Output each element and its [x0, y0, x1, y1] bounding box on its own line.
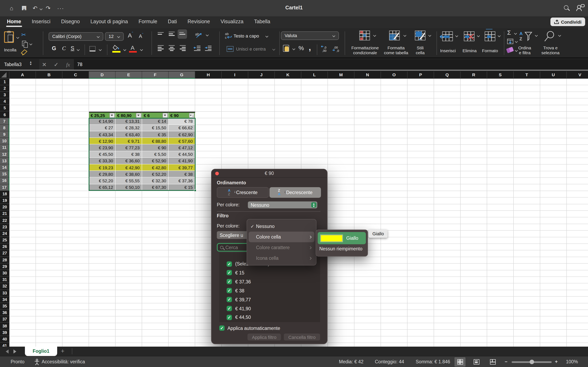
value-checkbox[interactable]: ✓	[227, 297, 232, 302]
format-cells-icon[interactable]	[485, 31, 495, 41]
find-select-chevron-icon[interactable]	[558, 34, 561, 36]
clear-filter-button[interactable]: Cancella filtro	[284, 334, 320, 341]
column-header-Q[interactable]: Q	[434, 71, 461, 78]
table-cell[interactable]: € 42,90	[116, 164, 142, 171]
table-cell[interactable]: € 38	[169, 171, 195, 177]
orientation-icon[interactable]: ab	[195, 31, 203, 38]
cell-styles-label[interactable]: Stilicella	[410, 45, 431, 55]
value-checkbox[interactable]: ✓	[227, 261, 232, 267]
row-header-32[interactable]: 32	[0, 283, 9, 290]
tab-disegno[interactable]: Disegno	[60, 16, 81, 28]
font-color-chevron-icon[interactable]	[140, 48, 143, 51]
decrease-indent-icon[interactable]	[194, 45, 201, 51]
row-header-15[interactable]: 15	[0, 171, 9, 177]
row-header-22[interactable]: 22	[0, 217, 9, 224]
next-sheet-icon[interactable]	[13, 350, 16, 354]
table-cell[interactable]: € 67,30	[142, 184, 169, 191]
column-header-N[interactable]: N	[355, 71, 381, 78]
tab-dati[interactable]: Dati	[167, 16, 178, 28]
find-select-label[interactable]: Trova eseleziona	[540, 45, 561, 55]
name-box[interactable]: Tabella3	[0, 59, 39, 69]
table-cell[interactable]: € 52,20	[142, 171, 169, 177]
row-header-11[interactable]: 11	[0, 145, 9, 151]
table-cell[interactable]: € 38	[116, 151, 142, 158]
column-header-O[interactable]: O	[381, 71, 407, 78]
format-cells-label[interactable]: Formato	[480, 48, 500, 53]
no-fill-option[interactable]: Nessun riempimento	[319, 246, 362, 251]
format-cells-chevron-icon[interactable]	[498, 34, 501, 37]
table-cell[interactable]: € 12,90	[89, 138, 116, 145]
row-header-9[interactable]: 9	[0, 131, 9, 138]
page-break-view-button[interactable]	[487, 357, 498, 366]
borders-chevron-icon[interactable]	[99, 48, 102, 51]
column-header-U[interactable]: U	[540, 71, 567, 78]
font-name-select[interactable]: Calibri (Corpo)	[49, 32, 103, 41]
filter-value-row[interactable]: ✓€ 39,77	[227, 296, 251, 303]
add-sheet-button[interactable]: +	[61, 347, 65, 354]
table-cell[interactable]: € 57,60	[169, 138, 195, 145]
fill-down-icon[interactable]	[507, 39, 513, 44]
row-header-13[interactable]: 13	[0, 158, 9, 164]
table-cell[interactable]: € 42,80	[142, 164, 169, 171]
row-header-6[interactable]: 6	[0, 111, 9, 118]
menu-item-nessuno[interactable]: ✓Nessuno	[249, 221, 314, 232]
underline-button[interactable]: S	[71, 45, 74, 51]
underline-chevron-icon[interactable]	[77, 48, 80, 51]
table-cell[interactable]: € 52,90	[142, 158, 169, 164]
wrap-chevron-icon[interactable]	[265, 34, 268, 37]
row-header-19[interactable]: 19	[0, 197, 9, 204]
row-header-3[interactable]: 3	[0, 92, 9, 98]
table-cell[interactable]: € 41,90	[169, 158, 195, 164]
value-checkbox[interactable]: ✓	[227, 306, 232, 311]
row-header-30[interactable]: 30	[0, 270, 9, 276]
table-cell[interactable]: € 88,80	[142, 138, 169, 145]
table-cell[interactable]: € 37,36	[169, 178, 195, 184]
table-cell[interactable]: € 47,12	[169, 145, 195, 151]
table-cell[interactable]: € 5,50	[142, 151, 169, 158]
auto-apply-checkbox[interactable]: ✓	[219, 325, 225, 331]
column-header-K[interactable]: K	[275, 71, 301, 78]
column-header-S[interactable]: S	[487, 71, 514, 78]
row-header-38[interactable]: 38	[0, 323, 9, 329]
column-header-L[interactable]: L	[301, 71, 328, 78]
column-header-V[interactable]: V	[567, 71, 588, 78]
column-header-E[interactable]: E	[116, 71, 142, 78]
people-comment-icon[interactable]	[576, 4, 585, 12]
shrink-font-button[interactable]: Aˇ	[139, 33, 143, 39]
table-cell[interactable]: € 19,23	[89, 164, 116, 171]
value-checkbox[interactable]: ✓	[227, 315, 232, 320]
align-left-button[interactable]	[158, 45, 164, 51]
decrease-decimal-icon[interactable]: ,00 ,0	[332, 45, 340, 52]
row-header-23[interactable]: 23	[0, 224, 9, 230]
filter-value-row[interactable]: ✓€ 38	[227, 287, 244, 294]
row-header-8[interactable]: 8	[0, 125, 9, 131]
number-format-select[interactable]: Valuta	[281, 31, 339, 40]
tab-inserisci[interactable]: Inserisci	[31, 16, 51, 28]
row-header-40[interactable]: 40	[0, 336, 9, 342]
conditional-formatting-icon[interactable]	[359, 30, 370, 40]
table-cell[interactable]: € 39,77	[169, 164, 195, 171]
value-checkbox[interactable]: ✓	[227, 279, 232, 284]
row-header-36[interactable]: 36	[0, 309, 9, 316]
delete-cells-chevron-icon[interactable]	[477, 34, 480, 37]
conditional-formatting-chevron-icon[interactable]	[373, 34, 376, 36]
filter-value-row[interactable]: ✓€ 37,36	[227, 278, 251, 285]
table-cell[interactable]: € 52,20	[89, 178, 116, 184]
grow-font-button[interactable]: Aˆ	[128, 31, 133, 39]
increase-indent-icon[interactable]	[205, 45, 212, 51]
table-cell[interactable]: € 45,50	[89, 151, 116, 158]
format-as-table-label[interactable]: Formattacome tabella	[378, 45, 415, 55]
sort-filter-label[interactable]: Ordinae filtra	[515, 45, 534, 55]
table-header-cell[interactable]: € 6	[142, 112, 169, 118]
prev-sheet-icon[interactable]	[6, 350, 9, 354]
table-cell[interactable]: € 9,71	[116, 138, 142, 145]
page-layout-view-button[interactable]	[471, 357, 482, 366]
row-header-17[interactable]: 17	[0, 184, 9, 191]
sort-filter-chevron-icon[interactable]	[535, 34, 538, 36]
choose-one-button[interactable]: Scegliere u	[217, 231, 249, 239]
tab-formule[interactable]: Formule	[138, 16, 158, 28]
font-color-icon[interactable]: A	[131, 44, 135, 51]
value-checkbox[interactable]: ✓	[227, 270, 232, 275]
delete-cells-icon[interactable]	[464, 31, 475, 41]
sort-filter-icon[interactable]: A Z	[519, 30, 532, 41]
